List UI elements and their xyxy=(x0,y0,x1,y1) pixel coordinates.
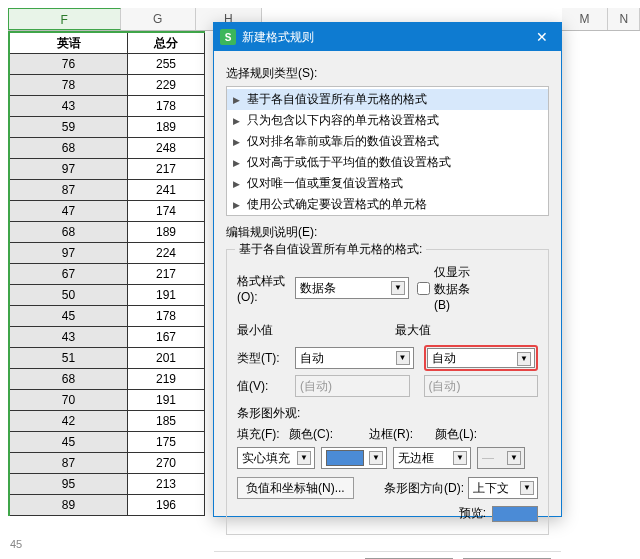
table-cell[interactable]: 229 xyxy=(128,75,205,96)
rule-settings-group: 基于各自值设置所有单元格的格式: 格式样式(O): 数据条▼ 仅显示数据条(B)… xyxy=(226,249,549,535)
preview-label: 预览: xyxy=(459,505,486,522)
table-cell[interactable]: 97 xyxy=(10,159,128,180)
table-cell[interactable]: 42 xyxy=(10,411,128,432)
table-cell[interactable]: 76 xyxy=(10,54,128,75)
bar-direction-select[interactable]: 上下文▼ xyxy=(468,477,538,499)
chevron-down-icon: ▼ xyxy=(297,451,311,465)
table-cell[interactable]: 87 xyxy=(10,180,128,201)
show-bar-only-input[interactable] xyxy=(417,282,430,295)
fill-label: 填充(F): xyxy=(237,426,283,443)
chevron-down-icon: ▼ xyxy=(369,451,383,465)
table-cell[interactable]: 189 xyxy=(128,222,205,243)
triangle-icon: ▶ xyxy=(233,137,243,147)
triangle-icon: ▶ xyxy=(233,116,243,126)
titlebar[interactable]: S 新建格式规则 ✕ xyxy=(214,23,561,51)
app-logo-icon: S xyxy=(220,29,236,45)
bar-appearance-header: 条形图外观: xyxy=(237,405,538,422)
table-cell[interactable]: 78 xyxy=(10,75,128,96)
table-cell[interactable]: 191 xyxy=(128,390,205,411)
table-cell[interactable]: 185 xyxy=(128,411,205,432)
col-header-n[interactable]: N xyxy=(608,8,640,30)
table-cell[interactable]: 241 xyxy=(128,180,205,201)
table-cell[interactable]: 97 xyxy=(10,243,128,264)
col-header-f[interactable]: F xyxy=(8,8,121,30)
chevron-down-icon: ▼ xyxy=(396,351,410,365)
table-cell[interactable]: 50 xyxy=(10,285,128,306)
rule-type-item[interactable]: ▶只为包含以下内容的单元格设置格式 xyxy=(227,110,548,131)
table-cell[interactable]: 201 xyxy=(128,348,205,369)
format-style-label: 格式样式(O): xyxy=(237,273,295,304)
table-cell[interactable]: 178 xyxy=(128,96,205,117)
table-cell[interactable]: 87 xyxy=(10,453,128,474)
table-cell[interactable]: 270 xyxy=(128,453,205,474)
table-cell[interactable]: 178 xyxy=(128,306,205,327)
table-cell[interactable]: 43 xyxy=(10,96,128,117)
table-cell[interactable]: 47 xyxy=(10,201,128,222)
chevron-down-icon: ▼ xyxy=(517,352,531,366)
edit-rule-desc-label: 编辑规则说明(E): xyxy=(226,224,549,241)
triangle-icon: ▶ xyxy=(233,200,243,210)
dialog-title: 新建格式规则 xyxy=(242,29,529,46)
close-icon[interactable]: ✕ xyxy=(529,29,555,45)
table-cell[interactable]: 219 xyxy=(128,369,205,390)
group-legend: 基于各自值设置所有单元格的格式: xyxy=(235,241,426,258)
type-min-select[interactable]: 自动▼ xyxy=(295,347,414,369)
triangle-icon: ▶ xyxy=(233,158,243,168)
rule-type-item[interactable]: ▶使用公式确定要设置格式的单元格 xyxy=(227,194,548,215)
table-cell[interactable]: 175 xyxy=(128,432,205,453)
data-grid[interactable]: 英语总分762557822943178591896824897217872414… xyxy=(8,31,205,516)
show-bar-only-checkbox[interactable]: 仅显示数据条(B) xyxy=(417,264,475,312)
table-cell[interactable]: 95 xyxy=(10,474,128,495)
table-cell[interactable]: 255 xyxy=(128,54,205,75)
rule-type-item[interactable]: ▶仅对排名靠前或靠后的数值设置格式 xyxy=(227,131,548,152)
table-cell[interactable]: 45 xyxy=(10,432,128,453)
table-cell[interactable]: 189 xyxy=(128,117,205,138)
table-cell[interactable]: 224 xyxy=(128,243,205,264)
table-cell[interactable]: 68 xyxy=(10,138,128,159)
triangle-icon: ▶ xyxy=(233,179,243,189)
color-l-select[interactable]: —▼ xyxy=(477,447,525,469)
negative-axis-button[interactable]: 负值和坐标轴(N)... xyxy=(237,477,354,499)
table-cell[interactable]: 217 xyxy=(128,159,205,180)
col-header-m[interactable]: M xyxy=(562,8,609,30)
table-cell[interactable]: 43 xyxy=(10,327,128,348)
fill-select[interactable]: 实心填充▼ xyxy=(237,447,315,469)
table-cell[interactable]: 51 xyxy=(10,348,128,369)
table-cell[interactable]: 248 xyxy=(128,138,205,159)
color-l-label: 颜色(L): xyxy=(435,426,493,443)
rule-type-item[interactable]: ▶仅对高于或低于平均值的数值设置格式 xyxy=(227,152,548,173)
table-cell[interactable]: 68 xyxy=(10,222,128,243)
table-cell[interactable]: 191 xyxy=(128,285,205,306)
table-cell[interactable]: 213 xyxy=(128,474,205,495)
format-style-select[interactable]: 数据条▼ xyxy=(295,277,409,299)
table-cell[interactable]: 174 xyxy=(128,201,205,222)
rule-type-item[interactable]: ▶基于各自值设置所有单元格的格式 xyxy=(227,89,548,110)
table-cell[interactable]: 67 xyxy=(10,264,128,285)
table-header[interactable]: 英语 xyxy=(10,33,128,54)
table-cell[interactable]: 59 xyxy=(10,117,128,138)
border-select[interactable]: 无边框▼ xyxy=(393,447,471,469)
type-max-highlight: 自动▼ xyxy=(424,345,539,371)
bar-direction-label: 条形图方向(D): xyxy=(384,480,464,497)
table-cell[interactable]: 89 xyxy=(10,495,128,516)
type-max-select[interactable]: 自动▼ xyxy=(427,348,536,368)
table-cell[interactable]: 217 xyxy=(128,264,205,285)
value-label: 值(V): xyxy=(237,378,295,395)
col-header-g[interactable]: G xyxy=(121,8,196,30)
rule-type-item[interactable]: ▶仅对唯一值或重复值设置格式 xyxy=(227,173,548,194)
table-cell[interactable]: 70 xyxy=(10,390,128,411)
max-header: 最大值 xyxy=(395,322,539,339)
value-min-input: (自动) xyxy=(295,375,410,397)
chevron-down-icon: ▼ xyxy=(520,481,534,495)
new-format-rule-dialog: S 新建格式规则 ✕ 选择规则类型(S): ▶基于各自值设置所有单元格的格式▶只… xyxy=(213,22,562,517)
chevron-down-icon: ▼ xyxy=(507,451,521,465)
color-c-select[interactable]: ▼ xyxy=(321,447,387,469)
color-chip-icon xyxy=(326,450,364,466)
table-cell[interactable]: 167 xyxy=(128,327,205,348)
rule-type-listbox[interactable]: ▶基于各自值设置所有单元格的格式▶只为包含以下内容的单元格设置格式▶仅对排名靠前… xyxy=(226,86,549,216)
table-header[interactable]: 总分 xyxy=(128,33,205,54)
chevron-down-icon: ▼ xyxy=(391,281,405,295)
table-cell[interactable]: 196 xyxy=(128,495,205,516)
table-cell[interactable]: 45 xyxy=(10,306,128,327)
table-cell[interactable]: 68 xyxy=(10,369,128,390)
